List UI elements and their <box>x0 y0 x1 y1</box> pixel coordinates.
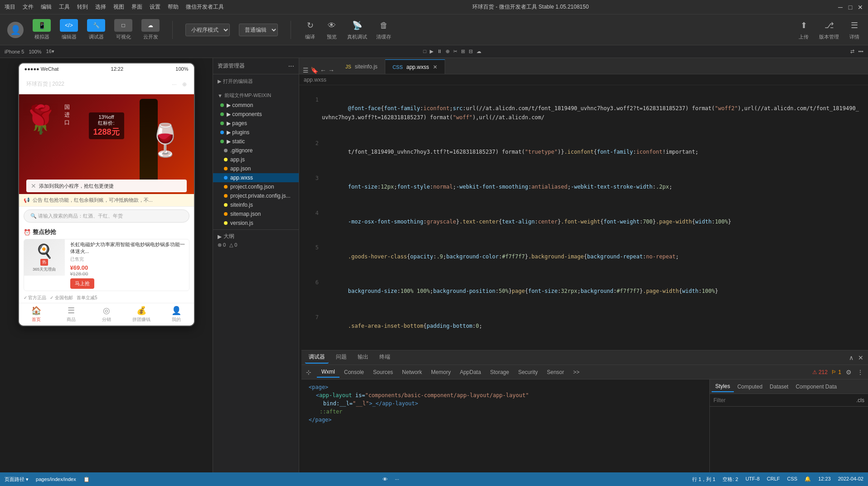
open-editors-title[interactable]: ▶ 打开的编辑器 <box>213 76 299 87</box>
toolbar-simulator[interactable]: 📱 模拟器 <box>33 19 51 40</box>
status-copy-icon[interactable]: 📋 <box>83 476 90 482</box>
folder-static[interactable]: ▶ static <box>213 137 299 146</box>
details-button[interactable]: ☰ 详情 <box>848 19 861 40</box>
sync-icon[interactable]: ⇄ <box>850 49 854 54</box>
file-appjson[interactable]: app.json <box>213 164 299 173</box>
menu-item-project[interactable]: 项目 <box>5 3 15 11</box>
xml-line-page-open[interactable]: <page> <box>305 383 706 391</box>
tab-home[interactable]: 🏠 首页 <box>19 303 54 326</box>
file-projectconfig[interactable]: project.config.json <box>213 182 299 191</box>
tab-siteinfo[interactable]: JS siteinfo.js <box>338 59 385 74</box>
clear-cache-icon[interactable]: 🗑 <box>378 19 390 32</box>
nav-tab-console[interactable]: Console <box>339 367 369 377</box>
tab-distribution[interactable]: ◎ 分销 <box>89 303 124 326</box>
devtools-expand-icon[interactable]: ∧ <box>848 353 854 362</box>
filter-input[interactable] <box>713 397 853 403</box>
menu-item-goto[interactable]: 转到 <box>77 3 88 11</box>
file-sitemap[interactable]: sitemap.json <box>213 209 299 219</box>
product-buy-button[interactable]: 马上抢 <box>70 278 94 289</box>
status-page-path-label[interactable]: 页面路径 ▾ <box>5 476 29 483</box>
file-gitignore[interactable]: .gitignore <box>213 146 299 155</box>
filter-cls-button[interactable]: .cls <box>856 397 864 403</box>
simulator-button[interactable]: 📱 <box>33 19 51 32</box>
device-icon-play[interactable]: ▶ <box>430 49 433 54</box>
file-panel-more[interactable]: ··· <box>288 62 294 70</box>
device-icon-grid[interactable]: ⊞ <box>461 49 465 54</box>
mp-weixin-title[interactable]: ▼ 前端文件MP-WEIXIN <box>213 90 299 101</box>
phone-search-bar[interactable]: 🔍 请输入搜索的商品：红酒、干红、年货 <box>24 209 189 223</box>
tab-group[interactable]: 💰 拼团赚钱 <box>124 303 159 326</box>
menu-item-edit[interactable]: 编辑 <box>41 3 52 11</box>
file-version[interactable]: version.js <box>213 219 299 228</box>
nav-tab-more[interactable]: >> <box>569 367 584 377</box>
status-bell-icon[interactable]: 🔔 <box>805 476 811 483</box>
nav-tab-wxml[interactable]: Wxml <box>317 367 339 378</box>
devtools-tab-terminal[interactable]: 终端 <box>376 351 394 364</box>
device-icon-screen[interactable]: □ <box>423 49 427 54</box>
device-icon-cut[interactable]: ✂ <box>453 49 457 54</box>
compile-action[interactable]: ↻ 编译 <box>304 19 316 40</box>
menu-item-settings[interactable]: 设置 <box>150 3 160 11</box>
clear-cache-action[interactable]: 🗑 清缓存 <box>376 19 391 40</box>
nav-tab-memory[interactable]: Memory <box>427 367 455 377</box>
xml-line-page-close[interactable]: </page> <box>305 416 706 424</box>
nav-tab-sensor[interactable]: Sensor <box>543 367 569 377</box>
devtools-tab-output[interactable]: 输出 <box>354 351 372 364</box>
tab-mine[interactable]: 👤 我的 <box>159 303 194 326</box>
upload-icon[interactable]: ⬆ <box>797 19 810 32</box>
avatar[interactable]: 👤 <box>7 22 24 38</box>
version-button[interactable]: ⎇ 版本管理 <box>819 19 839 40</box>
preview-action[interactable]: 👁 预览 <box>325 19 338 40</box>
menu-bar[interactable]: 项目 文件 编辑 工具 转到 选择 视图 界面 设置 帮助 微信开发者工具 <box>5 3 224 11</box>
outline-header[interactable]: ▶ 大纲 <box>218 233 294 240</box>
device-name[interactable]: iPhone 5 <box>5 49 24 54</box>
minimize-button[interactable]: ─ <box>837 4 844 10</box>
folder-pages[interactable]: ▶ pages <box>213 119 299 128</box>
version-icon[interactable]: ⎇ <box>823 19 835 32</box>
device-icon-pause[interactable]: ⏸ <box>437 49 442 54</box>
menu-item-select[interactable]: 选择 <box>95 3 106 11</box>
close-button[interactable]: ✕ <box>857 4 863 10</box>
compile-icon[interactable]: ↻ <box>304 19 316 32</box>
devtools-settings-icon[interactable]: ⚙ <box>845 368 853 377</box>
xml-line-app-layout[interactable]: <app-layout is="components/basic-compone… <box>305 391 706 399</box>
editor-icon-forward[interactable]: → <box>328 67 335 74</box>
visual-button[interactable]: □ <box>114 19 132 32</box>
remote-debug-icon[interactable]: 📡 <box>351 19 364 32</box>
folder-plugins[interactable]: ▶ plugins <box>213 128 299 137</box>
device-icon-minus[interactable]: ⊟ <box>469 49 473 54</box>
nav-tab-network[interactable]: Network <box>398 367 427 377</box>
devtools-more-icon[interactable]: ⋮ <box>856 368 864 377</box>
more-icon[interactable]: ••• <box>858 49 863 54</box>
devtools-cursor-icon[interactable]: ⊹ <box>305 368 312 377</box>
window-controls[interactable]: ─ □ ✕ <box>837 4 863 10</box>
file-appwxss[interactable]: app.wxss <box>213 173 299 182</box>
right-tab-styles[interactable]: Styles <box>712 381 734 392</box>
editor-button[interactable]: </> <box>60 19 78 32</box>
devtools-close-icon[interactable]: ✕ <box>857 353 864 362</box>
menu-item-tools[interactable]: 工具 <box>59 3 70 11</box>
edit-mode-selector[interactable]: 普通编辑 <box>239 24 278 36</box>
device-network[interactable]: 16▾ <box>46 49 54 54</box>
debugger-button[interactable]: 🔧 <box>87 19 105 32</box>
file-projectprivate[interactable]: project.private.config.js... <box>213 191 299 200</box>
file-siteinfo[interactable]: siteinfo.js <box>213 200 299 209</box>
phone-nav-more[interactable]: ··· <box>172 81 176 87</box>
devtools-tab-debugger[interactable]: 调试器 <box>305 351 329 364</box>
nav-tab-security[interactable]: Security <box>514 367 542 377</box>
devtools-tab-issues[interactable]: 问题 <box>332 351 350 364</box>
folder-common[interactable]: ▶ common <box>213 101 299 110</box>
status-more-icon[interactable]: ··· <box>395 476 399 482</box>
app-mode-select[interactable]: 小程序模式 <box>185 24 230 36</box>
toolbar-cloud[interactable]: ☁ 云开发 <box>141 19 160 40</box>
details-icon[interactable]: ☰ <box>848 19 861 32</box>
product-card[interactable]: 🍳 热 365天无理由 长虹电磁炉大功率家用智能省电炒锅电炒锅多功能一体迷火..… <box>24 239 189 291</box>
remote-debug-action[interactable]: 📡 真机调试 <box>347 19 367 40</box>
tab-goods[interactable]: ☰ 商品 <box>54 303 89 326</box>
xml-line-bind[interactable]: bind:__l="__l">_</app-layout> <box>305 399 706 408</box>
menu-item-interface[interactable]: 界面 <box>131 3 142 11</box>
device-icon-cloud[interactable]: ☁ <box>476 49 481 54</box>
app-mode-selector[interactable]: 小程序模式 <box>185 24 230 36</box>
device-icon-add[interactable]: ⊕ <box>446 49 450 54</box>
folder-components[interactable]: ▶ components <box>213 110 299 119</box>
